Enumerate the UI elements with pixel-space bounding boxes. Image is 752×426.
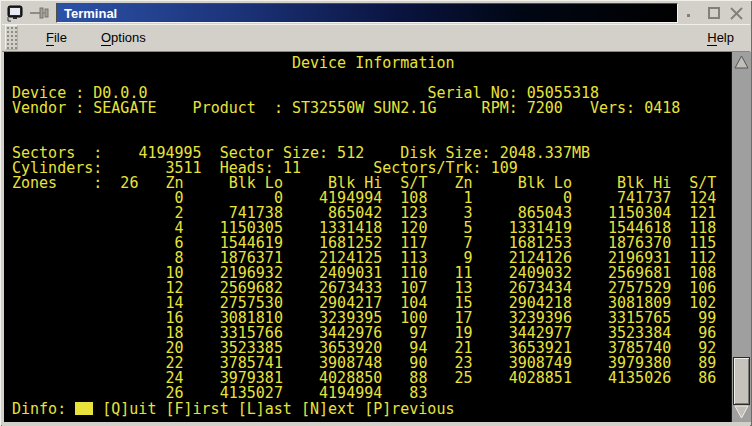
minimize-icon [685, 6, 699, 20]
menu-help-mnemonic: H [707, 30, 716, 46]
close-icon [729, 6, 744, 21]
titlebar[interactable]: Terminal [2, 2, 750, 24]
window-title: Terminal [64, 6, 117, 21]
menu-options-label: ptions [111, 30, 146, 45]
terminal-output: Device InformationDevice : D0.0.0 Serial… [12, 56, 731, 401]
pushpin-icon[interactable] [28, 3, 52, 23]
scrollbar-thumb[interactable] [733, 357, 750, 405]
minimize-button[interactable] [684, 5, 700, 21]
terminal-line: Vendor : SEAGATE Product : ST32550W SUN2… [12, 101, 731, 116]
terminal-line [12, 116, 731, 131]
prompt-label: Dinfo: [12, 400, 75, 418]
menu-options-mnemonic: O [101, 30, 111, 46]
scroll-down-button[interactable] [732, 403, 751, 421]
menubar-drag-handle[interactable] [5, 25, 18, 50]
menu-options[interactable]: Options [95, 27, 152, 48]
terminal-app-icon[interactable] [5, 3, 25, 23]
menu-help-label: elp [717, 30, 734, 45]
terminal-window: Terminal File Options [0, 0, 752, 426]
prompt-commands: [Q]uit [F]irst [L]ast [N]ext [P]revious [93, 400, 454, 418]
terminal-line: 26 4135027 4194994 83 [12, 386, 731, 401]
text-cursor [75, 402, 93, 415]
menu-file-mnemonic: F [46, 30, 54, 46]
menu-file-label: ile [54, 30, 67, 45]
window-controls [682, 5, 750, 21]
close-button[interactable] [728, 5, 744, 21]
scroll-up-button[interactable] [732, 53, 751, 71]
maximize-icon [707, 6, 721, 20]
menubar: File Options Help [2, 24, 750, 52]
arrow-down-icon [734, 405, 749, 419]
window-title-area[interactable]: Terminal [56, 3, 678, 23]
terminal-screen[interactable]: Device InformationDevice : D0.0.0 Serial… [4, 52, 731, 422]
menu-help[interactable]: Help [701, 27, 740, 48]
pushpin-icon-glyph [29, 6, 51, 20]
menu-file[interactable]: File [40, 27, 73, 48]
maximize-button[interactable] [706, 5, 722, 21]
vertical-scrollbar[interactable] [731, 52, 751, 422]
arrow-up-icon [734, 55, 749, 69]
prompt-line: Dinfo: [Q]uit [F]irst [L]ast [N]ext [P]r… [12, 401, 731, 416]
terminal-line: Device Information [12, 56, 731, 71]
monitor-icon-glyph [7, 5, 24, 22]
window-bottom-border [2, 422, 750, 426]
